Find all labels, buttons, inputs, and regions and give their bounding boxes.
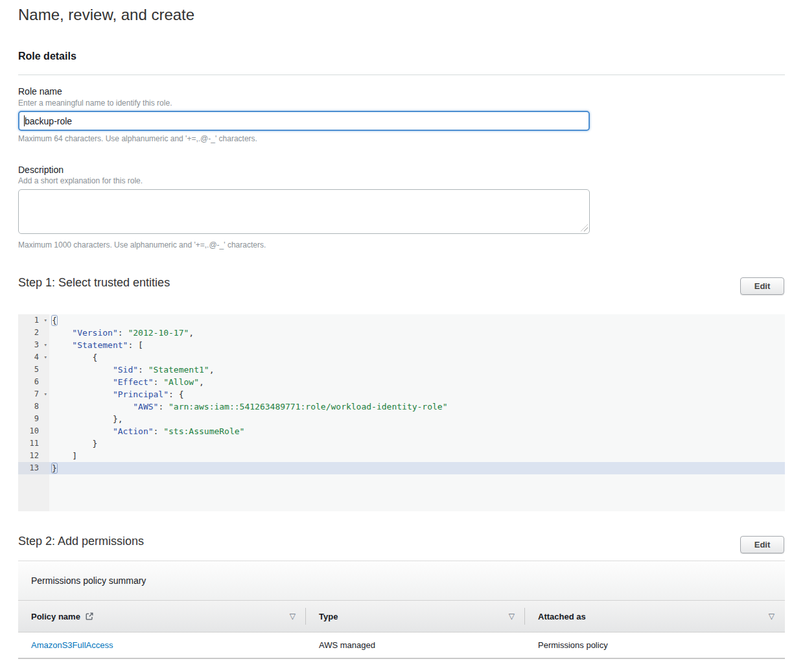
role-name-hint: Enter a meaningful name to identify this… <box>18 98 172 108</box>
fold-toggle-icon[interactable]: ▾ <box>44 351 47 364</box>
json-key: "Version" <box>72 328 117 338</box>
json-punctuation: { <box>52 316 57 325</box>
role-name-input[interactable] <box>18 111 590 131</box>
editor-code[interactable]: { "Version": "2012-10-17", "Statement": … <box>49 314 785 511</box>
json-punctuation: : <box>154 426 164 436</box>
editor-code-line[interactable]: "Effect": "Allow", <box>49 376 785 388</box>
filter-dropdown-icon[interactable]: ▽ <box>769 612 775 621</box>
json-punctuation: { <box>52 353 97 362</box>
column-header-attached-as: Attached as▽ <box>525 601 785 632</box>
editor-code-line[interactable]: { <box>49 351 785 364</box>
column-label: Type <box>319 612 338 621</box>
role-name-help: Maximum 64 characters. Use alphanumeric … <box>18 134 257 143</box>
role-name-label: Role name <box>18 86 62 97</box>
editor-code-line[interactable]: ] <box>49 450 785 462</box>
json-punctuation: : <box>158 402 169 411</box>
json-punctuation: , <box>189 328 194 338</box>
step1-heading: Step 1: Select trusted entities <box>18 276 170 290</box>
edit-step2-button[interactable]: Edit <box>740 536 784 553</box>
editor-line-number: 10 <box>18 425 49 437</box>
json-punctuation: : <box>154 377 164 387</box>
json-key: "Action" <box>113 426 154 436</box>
policy-table-header: Policy name▽Type▽Attached as▽ <box>18 600 785 632</box>
filter-dropdown-icon[interactable]: ▽ <box>509 612 515 621</box>
filter-dropdown-icon[interactable]: ▽ <box>290 612 296 621</box>
json-string: "arn:aws:iam::541263489771:role/workload… <box>169 402 447 411</box>
table-cell: AWS managed <box>306 640 525 650</box>
json-key: "Principal" <box>113 389 169 399</box>
description-help: Maximum 1000 characters. Use alphanumeri… <box>18 240 266 249</box>
section-divider <box>18 75 785 75</box>
json-punctuation: , <box>199 377 204 387</box>
json-punctuation: : <box>118 328 128 338</box>
description-label: Description <box>18 165 64 175</box>
json-string: "2012-10-17" <box>128 328 189 338</box>
editor-code-line[interactable]: "Principal": { <box>49 388 785 400</box>
editor-line-number: 9 <box>18 413 49 425</box>
step2-heading: Step 2: Add permissions <box>18 535 144 548</box>
editor-gutter: 1▾23▾4▾567▾8910111213 <box>18 314 49 511</box>
json-punctuation: } <box>52 463 57 473</box>
editor-code-line[interactable]: "Version": "2012-10-17", <box>49 327 785 339</box>
editor-code-line[interactable]: "Action": "sts:AssumeRole" <box>49 425 785 437</box>
editor-code-line[interactable]: { <box>49 314 785 327</box>
column-label: Policy name <box>31 612 80 621</box>
fold-toggle-icon[interactable]: ▾ <box>44 339 47 351</box>
column-header-policy-name: Policy name▽ <box>18 601 306 632</box>
permissions-panel-header: Permissions policy summary <box>18 561 785 600</box>
json-punctuation: , <box>209 365 215 375</box>
editor-code-line[interactable]: }, <box>49 413 785 425</box>
description-textarea[interactable] <box>18 189 590 234</box>
json-punctuation <box>52 377 113 387</box>
table-row: AmazonS3FullAccessAWS managedPermissions… <box>18 632 785 659</box>
fold-toggle-icon[interactable]: ▾ <box>44 388 47 400</box>
json-key: "Effect" <box>113 377 154 387</box>
json-punctuation <box>52 389 113 399</box>
json-punctuation: } <box>52 439 97 448</box>
permissions-panel-title: Permissions policy summary <box>31 575 146 586</box>
fold-toggle-icon[interactable]: ▾ <box>44 314 47 327</box>
edit-step1-button[interactable]: Edit <box>740 277 784 295</box>
editor-line-number: 7▾ <box>18 388 49 400</box>
trust-policy-editor[interactable]: 1▾23▾4▾567▾8910111213 { "Version": "2012… <box>18 314 785 511</box>
editor-line-number: 3▾ <box>18 339 49 351</box>
json-string: "Statement1" <box>148 365 209 375</box>
json-key: "Sid" <box>113 365 138 375</box>
editor-line-number: 6 <box>18 376 49 388</box>
json-punctuation <box>52 340 72 350</box>
text-caret <box>24 115 25 126</box>
table-cell: Permissions policy <box>525 640 785 650</box>
json-string: "Allow" <box>163 377 199 387</box>
page: { "page_title": "Name, review, and creat… <box>0 0 805 672</box>
editor-line-number: 12 <box>18 450 49 462</box>
editor-code-line[interactable]: } <box>49 437 785 450</box>
editor-code-line[interactable]: } <box>49 462 785 474</box>
page-title: Name, review, and create <box>18 6 194 24</box>
json-key: "Statement" <box>72 340 128 350</box>
external-link-icon[interactable] <box>85 612 94 621</box>
editor-code-line[interactable]: "AWS": "arn:aws:iam::541263489771:role/w… <box>49 400 785 413</box>
editor-line-number: 11 <box>18 437 49 450</box>
editor-line-number: 13 <box>18 462 49 474</box>
editor-line-number: 2 <box>18 327 49 339</box>
json-key: "AWS" <box>133 402 158 411</box>
permissions-panel: Permissions policy summary Policy name▽T… <box>18 561 785 659</box>
json-string: "sts:AssumeRole" <box>163 426 244 436</box>
editor-line-number: 8 <box>18 400 49 413</box>
editor-line-number: 1▾ <box>18 314 49 327</box>
editor-line-number: 5 <box>18 364 49 376</box>
description-hint: Add a short explanation for this role. <box>18 176 143 185</box>
editor-code-line[interactable]: "Sid": "Statement1", <box>49 364 785 376</box>
json-punctuation <box>52 402 133 411</box>
json-punctuation: : [ <box>128 340 143 350</box>
json-punctuation <box>52 426 113 436</box>
editor-code-line[interactable]: "Statement": [ <box>49 339 785 351</box>
json-punctuation <box>52 365 113 375</box>
policy-name-link[interactable]: AmazonS3FullAccess <box>18 640 306 650</box>
role-details-heading: Role details <box>18 51 76 62</box>
column-label: Attached as <box>538 612 586 621</box>
column-header-type: Type▽ <box>306 601 525 632</box>
json-punctuation: }, <box>52 414 123 424</box>
json-punctuation <box>52 328 72 338</box>
json-punctuation: ] <box>52 451 77 461</box>
